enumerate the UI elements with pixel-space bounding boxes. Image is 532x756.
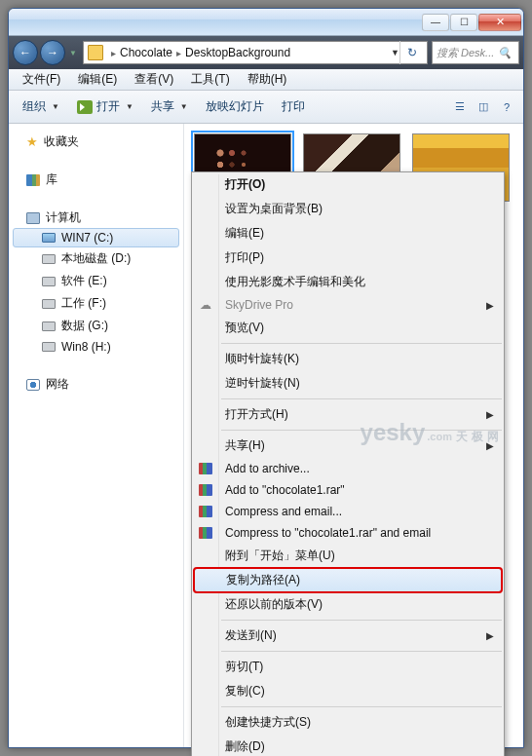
context-menu-item[interactable]: Compress and email...: [192, 501, 504, 522]
nav-history-dropdown[interactable]: ▼: [67, 47, 79, 58]
sidebar-drive-g[interactable]: 数据 (G:): [13, 315, 179, 337]
chevron-right-icon: ▸: [172, 48, 185, 58]
sidebar-drive-c[interactable]: WIN7 (C:): [13, 228, 179, 247]
context-menu-item[interactable]: 打印(P): [192, 246, 504, 270]
context-menu-label: Add to archive...: [225, 462, 310, 475]
context-menu-item[interactable]: 剪切(T): [192, 655, 504, 679]
context-menu-label: 编辑(E): [225, 225, 264, 242]
context-menu-separator: [221, 398, 502, 399]
menu-file[interactable]: 文件(F): [15, 69, 68, 90]
menu-view[interactable]: 查看(V): [127, 69, 181, 90]
context-menu-item[interactable]: 预览(V): [192, 316, 504, 340]
context-menu-separator: [221, 620, 502, 621]
context-menu-label: Add to "chocolate1.rar": [225, 483, 345, 497]
context-menu-label: 删除(D): [225, 738, 265, 755]
context-menu-label: 创建快捷方式(S): [225, 714, 311, 731]
breadcrumb-segment[interactable]: Chocolate: [120, 46, 172, 59]
context-menu-item[interactable]: 复制(C): [192, 679, 504, 703]
open-button[interactable]: 打开▼: [71, 95, 139, 118]
search-input[interactable]: 搜索 Desk... 🔍: [432, 41, 519, 64]
refresh-button[interactable]: ↻: [399, 41, 423, 64]
sidebar-favorites[interactable]: ★收藏夹: [13, 132, 179, 152]
context-menu-item[interactable]: 设置为桌面背景(B): [192, 197, 504, 221]
context-menu-item[interactable]: 打开(O): [192, 172, 504, 197]
open-icon: [77, 100, 93, 114]
context-menu: 打开(O)设置为桌面背景(B)编辑(E)打印(P)使用光影魔术手编辑和美化☁Sk…: [191, 171, 505, 756]
breadcrumb[interactable]: ▸ Chocolate ▸ DesktopBackground ▼ ↻: [83, 41, 428, 64]
context-menu-label: 剪切(T): [225, 659, 263, 675]
context-menu-separator: [221, 651, 502, 652]
sidebar-libraries[interactable]: 库: [13, 170, 179, 190]
folder-icon: [88, 45, 103, 60]
help-icon[interactable]: ?: [498, 98, 515, 116]
context-menu-separator: [221, 343, 502, 344]
address-bar: ← → ▼ ▸ Chocolate ▸ DesktopBackground ▼ …: [9, 36, 523, 69]
context-menu-label: 复制为路径(A): [226, 572, 300, 588]
context-menu-item[interactable]: 顺时针旋转(K): [192, 347, 504, 371]
libraries-icon: [26, 174, 40, 186]
nav-arrows: ← → ▼: [13, 40, 79, 65]
chevron-down-icon: ▼: [180, 102, 188, 111]
context-menu-item[interactable]: Add to "chocolate1.rar": [192, 479, 504, 501]
submenu-arrow-icon: ▶: [486, 630, 494, 641]
menubar: 文件(F) 编辑(E) 查看(V) 工具(T) 帮助(H): [9, 69, 523, 91]
sidebar-drive-d[interactable]: 本地磁盘 (D:): [13, 247, 179, 270]
context-menu-item[interactable]: 编辑(E): [192, 221, 504, 246]
view-icon[interactable]: ☰: [451, 98, 469, 116]
search-icon: 🔍: [498, 47, 512, 59]
context-menu-label: 打开(O): [225, 176, 265, 193]
context-menu-item[interactable]: Add to archive...: [192, 458, 504, 479]
maximize-button[interactable]: ☐: [450, 14, 477, 31]
network-icon: [26, 379, 40, 391]
context-menu-item[interactable]: 发送到(N)▶: [192, 624, 504, 648]
context-menu-item[interactable]: 删除(D): [192, 735, 504, 756]
context-menu-item[interactable]: 还原以前的版本(V): [192, 592, 504, 617]
slideshow-button[interactable]: 放映幻灯片: [200, 95, 270, 118]
menu-tools[interactable]: 工具(T): [183, 69, 237, 90]
archive-icon: [198, 525, 213, 541]
share-button[interactable]: 共享▼: [145, 95, 194, 118]
back-button[interactable]: ←: [13, 40, 38, 65]
computer-icon: [26, 212, 40, 224]
breadcrumb-segment[interactable]: DesktopBackground: [185, 46, 290, 59]
sidebar-drive-e[interactable]: 软件 (E:): [13, 270, 179, 292]
sidebar-drive-h[interactable]: Win8 (H:): [13, 337, 179, 357]
sidebar-computer[interactable]: 计算机: [13, 208, 179, 228]
menu-help[interactable]: 帮助(H): [240, 69, 295, 90]
context-menu-label: 使用光影魔术手编辑和美化: [225, 274, 365, 290]
context-menu-label: 顺时针旋转(K): [225, 351, 299, 367]
close-button[interactable]: ✕: [478, 14, 521, 31]
context-menu-label: 打印(P): [225, 249, 264, 266]
context-menu-label: 设置为桌面背景(B): [225, 201, 323, 217]
menu-edit[interactable]: 编辑(E): [70, 69, 125, 90]
context-menu-label: 逆时针旋转(N): [225, 375, 300, 392]
organize-button[interactable]: 组织▼: [17, 95, 65, 118]
context-menu-item[interactable]: 逆时针旋转(N): [192, 371, 504, 396]
context-menu-label: 附到「开始」菜单(U): [225, 548, 335, 564]
sidebar-drive-f[interactable]: 工作 (F:): [13, 292, 179, 315]
context-menu-item[interactable]: 附到「开始」菜单(U): [192, 544, 504, 568]
context-menu-item[interactable]: 复制为路径(A): [194, 568, 502, 592]
sidebar-network[interactable]: 网络: [13, 374, 179, 395]
context-menu-label: 共享(H): [225, 437, 265, 454]
archive-icon: [198, 461, 213, 476]
preview-pane-icon[interactable]: ◫: [475, 98, 492, 116]
drive-icon: [42, 277, 56, 286]
breadcrumb-dropdown[interactable]: ▼: [391, 48, 399, 57]
context-menu-label: 还原以前的版本(V): [225, 596, 323, 613]
sidebar: ★收藏夹 库 计算机 WIN7 (C:) 本地磁盘 (D:) 软件 (E:) 工…: [9, 124, 184, 747]
skydrive-icon: ☁: [198, 297, 213, 313]
context-menu-item[interactable]: Compress to "chocolate1.rar" and email: [192, 522, 504, 544]
context-menu-item[interactable]: 使用光影魔术手编辑和美化: [192, 270, 504, 294]
chevron-down-icon: ▼: [126, 102, 133, 111]
chevron-down-icon: ▼: [52, 102, 59, 111]
titlebar: — ☐ ✕: [9, 9, 523, 36]
minimize-button[interactable]: —: [422, 14, 449, 31]
search-placeholder: 搜索 Desk...: [437, 46, 494, 60]
forward-button[interactable]: →: [40, 40, 65, 65]
archive-icon: [198, 504, 213, 519]
context-menu-label: 打开方式(H): [225, 406, 288, 423]
drive-icon: [42, 321, 56, 331]
context-menu-item[interactable]: 创建快捷方式(S): [192, 710, 504, 735]
print-button[interactable]: 打印: [276, 95, 311, 118]
